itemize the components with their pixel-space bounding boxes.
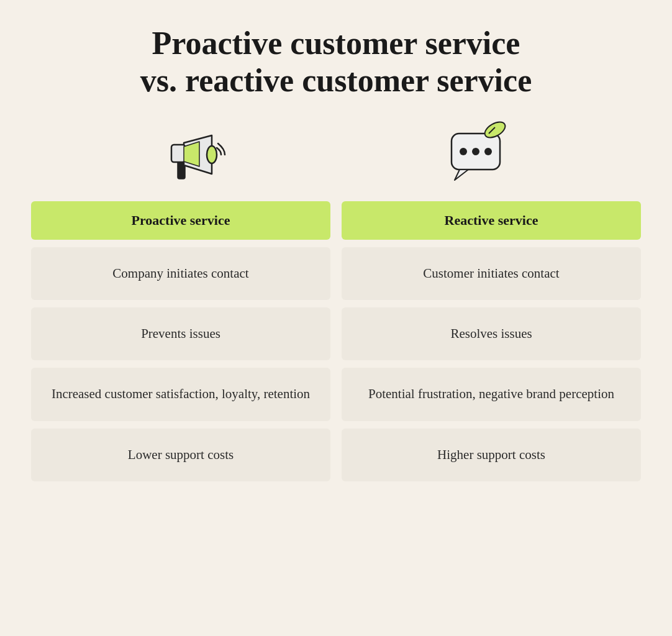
chatbot-icon (336, 118, 616, 186)
svg-point-9 (484, 148, 492, 155)
svg-point-4 (207, 146, 217, 163)
reactive-cell-2: Resolves issues (342, 307, 641, 360)
icons-row (31, 118, 641, 186)
svg-marker-6 (455, 170, 468, 180)
reactive-cell-1: Customer initiates contact (342, 247, 641, 300)
svg-point-8 (472, 148, 479, 155)
reactive-header: Reactive service (342, 201, 641, 240)
comparison-table: Proactive service Company initiates cont… (31, 201, 641, 482)
reactive-cell-4: Higher support costs (342, 429, 641, 481)
page-title: Proactive customer service vs. reactive … (140, 25, 532, 99)
svg-point-7 (460, 148, 467, 155)
proactive-cell-4: Lower support costs (31, 429, 330, 481)
proactive-cell-1: Company initiates contact (31, 247, 330, 300)
reactive-column: Reactive service Customer initiates cont… (342, 201, 641, 482)
proactive-header: Proactive service (31, 201, 330, 240)
proactive-column: Proactive service Company initiates cont… (31, 201, 330, 482)
proactive-cell-2: Prevents issues (31, 307, 330, 360)
svg-rect-2 (171, 145, 185, 162)
megaphone-icon (56, 118, 336, 186)
proactive-cell-3: Increased customer satisfaction, loyalty… (31, 368, 330, 420)
reactive-cell-3: Potential frustration, negative brand pe… (342, 368, 641, 420)
